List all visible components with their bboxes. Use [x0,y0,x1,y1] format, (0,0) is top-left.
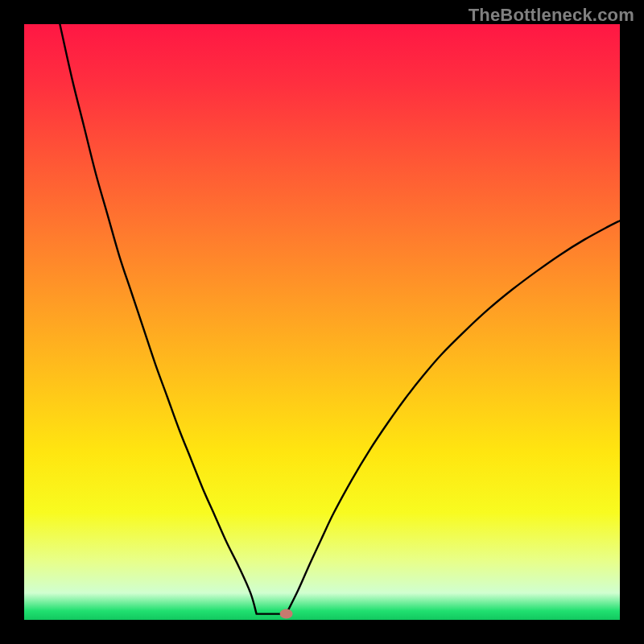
plot-area [24,24,620,620]
optimal-marker [280,609,293,619]
gradient-background [24,24,620,620]
watermark-text: TheBottleneck.com [469,5,634,26]
chart-frame: TheBottleneck.com [0,0,644,644]
chart-svg [24,24,620,620]
